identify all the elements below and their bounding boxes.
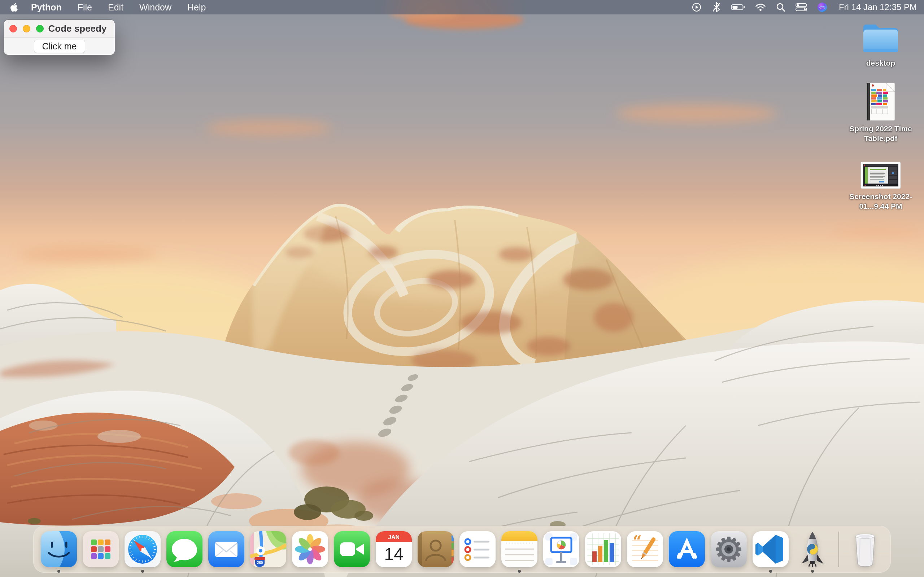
dock-system-preferences[interactable]: [710, 530, 748, 568]
zoom-button[interactable]: [36, 25, 44, 32]
dock-maps[interactable]: 280: [249, 530, 287, 568]
calendar-icon: JAN 14: [375, 530, 412, 568]
messages-icon: [166, 530, 203, 568]
reminders-icon: [459, 530, 496, 568]
notes-icon: [501, 530, 538, 568]
dock-reminders[interactable]: [459, 530, 496, 568]
dock-photos[interactable]: [291, 530, 329, 568]
desktop-icon-label: Screenshot 2022-01...9.44 PM: [847, 192, 914, 211]
menu-edit[interactable]: Edit: [100, 2, 131, 13]
app-store-icon: [668, 530, 706, 568]
finder-icon: [40, 530, 78, 568]
running-indicator: [518, 570, 521, 573]
dock-trash[interactable]: [846, 530, 884, 568]
window-title: Code speedy: [43, 23, 112, 34]
dock-divider: [838, 532, 839, 567]
dock-python-launcher[interactable]: [794, 530, 831, 568]
code-speedy-window: Code speedy Click me: [4, 20, 115, 55]
traffic-lights: [4, 25, 44, 32]
click-me-button[interactable]: Click me: [34, 40, 85, 53]
wifi-icon[interactable]: [755, 3, 766, 11]
siri-icon[interactable]: [817, 2, 828, 13]
screenshot-file-icon: [861, 161, 901, 189]
dock-contacts[interactable]: [417, 530, 454, 568]
vscode-icon: [752, 530, 789, 568]
launchpad-icon: [82, 530, 120, 568]
dock-safari[interactable]: [124, 530, 162, 568]
running-indicator: [141, 570, 144, 573]
running-indicator: [769, 570, 772, 573]
facetime-icon: [333, 530, 371, 568]
dock-app-store[interactable]: [668, 530, 706, 568]
running-indicator: [57, 570, 60, 573]
menu-bar-left: Python File Edit Window Help: [7, 2, 214, 13]
dock-messages[interactable]: [166, 530, 203, 568]
desktop-icon-screenshot[interactable]: Screenshot 2022-01...9.44 PM: [846, 161, 915, 211]
close-button[interactable]: [10, 25, 17, 32]
desktop-icon-label: desktop: [866, 58, 895, 68]
battery-icon[interactable]: [731, 3, 745, 11]
pages-icon: “: [626, 530, 664, 568]
pdf-file-icon: [866, 82, 895, 121]
dock-mail[interactable]: [208, 530, 245, 568]
window-content: Click me: [4, 37, 115, 55]
dock: 280: [33, 526, 891, 573]
contacts-icon: [417, 530, 454, 568]
desktop-icon-label: Spring 2022 Time Table.pdf: [847, 124, 914, 143]
photos-icon: [291, 530, 329, 568]
window-titlebar[interactable]: Code speedy: [4, 20, 115, 37]
system-preferences-icon: [710, 530, 748, 568]
numbers-icon: [584, 530, 622, 568]
dock-notes[interactable]: [501, 530, 538, 568]
control-center-icon[interactable]: [795, 3, 807, 11]
svg-text:280: 280: [257, 561, 263, 565]
keynote-icon: [543, 530, 580, 568]
mail-icon: [208, 530, 245, 568]
menu-bar-status: Fri 14 Jan 12:35 PM: [691, 2, 917, 13]
trash-icon: [846, 530, 884, 568]
now-playing-icon[interactable]: [691, 2, 702, 13]
minimize-button[interactable]: [23, 25, 30, 32]
dock-calendar[interactable]: JAN 14: [375, 530, 412, 568]
menu-file[interactable]: File: [69, 2, 100, 13]
dock-finder[interactable]: [40, 530, 78, 568]
bluetooth-icon[interactable]: [712, 2, 721, 13]
svg-text:14: 14: [384, 545, 403, 564]
safari-icon: [124, 530, 162, 568]
dock-launchpad[interactable]: [82, 530, 120, 568]
desktop-wallpaper: [0, 0, 924, 577]
dock-vscode[interactable]: [752, 530, 789, 568]
app-menu-python[interactable]: Python: [23, 2, 69, 13]
spotlight-icon[interactable]: [775, 2, 786, 12]
apple-menu-icon[interactable]: [7, 3, 23, 12]
menu-bar-clock[interactable]: Fri 14 Jan 12:35 PM: [839, 2, 917, 12]
dock-numbers[interactable]: [584, 530, 622, 568]
dock-pages[interactable]: “: [626, 530, 664, 568]
dock-facetime[interactable]: [333, 530, 371, 568]
desktop-icon-folder[interactable]: desktop: [846, 21, 915, 68]
svg-text:“: “: [633, 532, 642, 551]
menu-help[interactable]: Help: [179, 2, 214, 13]
dock-keynote[interactable]: [543, 530, 580, 568]
folder-icon: [860, 21, 901, 56]
maps-icon: 280: [249, 530, 287, 568]
desktop-icon-pdf[interactable]: Spring 2022 Time Table.pdf: [846, 82, 915, 143]
menu-window[interactable]: Window: [131, 2, 179, 13]
running-indicator: [811, 570, 814, 573]
svg-text:JAN: JAN: [388, 534, 399, 540]
menu-bar: Python File Edit Window Help: [0, 0, 924, 15]
python-rocket-icon: [794, 530, 831, 568]
